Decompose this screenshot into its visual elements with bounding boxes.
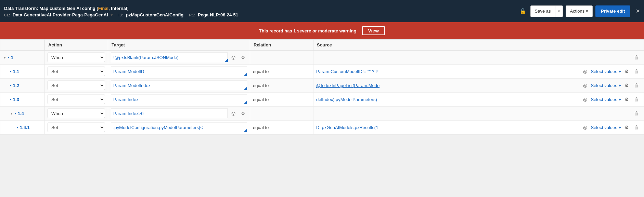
row-number-cell: ●1.1	[0, 65, 45, 79]
table-row: ▼●1When◎⚙🗑	[0, 51, 644, 65]
col-header-num	[0, 40, 45, 51]
view-warning-button[interactable]: View	[362, 26, 385, 35]
source-gear-icon[interactable]: ⚙	[622, 81, 631, 89]
action-select[interactable]: Set	[48, 81, 105, 90]
relation-cell: equal to	[250, 93, 313, 107]
table-row: ●1.2Setequal to@IndexInPageList(Param.Mo…	[0, 79, 644, 93]
relation-cell	[250, 51, 313, 65]
warning-message: This record has 1 severe or moderate war…	[259, 28, 357, 33]
source-cell: D_pxGenAIModels.pxResults(1◎Select value…	[313, 121, 644, 135]
relation-text: equal to	[253, 69, 269, 74]
save-as-button[interactable]: Save as ▾	[530, 5, 563, 17]
select-values-button[interactable]: Select values +	[591, 97, 621, 102]
source-text: Param.CustomModelID!= "" ? P	[316, 69, 580, 74]
select-values-button[interactable]: Select values +	[591, 83, 621, 88]
source-eye-icon[interactable]: ◎	[581, 95, 589, 103]
table-row: ▼●1.4When◎⚙🗑	[0, 107, 644, 121]
page-title: Data Transform: Map custom Gen AI config…	[4, 5, 238, 11]
target-gear-icon[interactable]: ⚙	[239, 53, 247, 61]
row-dot: ●	[10, 70, 12, 73]
target-gear-icon[interactable]: ⚙	[239, 109, 247, 117]
header-meta: CL: Data-GenerativeAI-Provider-Pega-Pega…	[4, 12, 238, 17]
row-number-cell: ●1.4.1	[0, 121, 45, 135]
source-trash-button[interactable]: 🗑	[632, 68, 641, 75]
header: Data Transform: Map custom Gen AI config…	[0, 0, 644, 22]
relation-cell: equal to	[250, 65, 313, 79]
source-text: delIndex).pyModelParameters)	[316, 97, 580, 102]
table-header-row: Action Target Relation Source	[0, 40, 644, 51]
row-id: 1.2	[13, 83, 19, 88]
expand-icon[interactable]: ▼	[3, 56, 7, 59]
source-eye-icon[interactable]: ◎	[581, 123, 589, 131]
actions-dropdown-icon: ▾	[586, 9, 588, 14]
row-trash-button[interactable]: 🗑	[632, 54, 641, 61]
action-select[interactable]: Set	[48, 67, 105, 76]
target-eye-icon[interactable]: ◎	[229, 109, 237, 117]
row-id: 1	[11, 55, 13, 60]
relation-text: equal to	[253, 125, 269, 130]
target-cell	[108, 121, 250, 135]
action-cell: Set	[45, 93, 108, 107]
target-input[interactable]	[111, 95, 247, 104]
saveas-dropdown-arrow[interactable]: ▾	[555, 6, 563, 17]
source-gear-icon[interactable]: ⚙	[622, 123, 631, 131]
source-gear-icon[interactable]: ⚙	[622, 67, 631, 75]
expand-icon[interactable]: ▼	[10, 112, 13, 115]
source-trash-button[interactable]: 🗑	[632, 124, 641, 131]
target-eye-icon[interactable]: ◎	[229, 53, 237, 61]
target-cell	[108, 65, 250, 79]
select-values-button[interactable]: Select values +	[591, 125, 621, 130]
header-right: 🔒 Save as ▾ Actions ▾ Private edit ×	[519, 5, 640, 17]
source-eye-icon[interactable]: ◎	[581, 67, 589, 75]
action-select[interactable]: Set	[48, 95, 105, 104]
target-input[interactable]	[111, 67, 247, 76]
col-header-target: Target	[108, 40, 250, 51]
table-row: ●1.1Setequal toParam.CustomModelID!= "" …	[0, 65, 644, 79]
private-edit-button[interactable]: Private edit	[595, 5, 630, 17]
row-id: 1.4.1	[20, 125, 30, 130]
source-eye-icon[interactable]: ◎	[581, 81, 589, 89]
relation-cell: equal to	[250, 121, 313, 135]
target-input[interactable]	[111, 53, 228, 62]
relation-text: equal to	[253, 83, 269, 88]
col-header-relation: Relation	[250, 40, 313, 51]
row-number-cell: ●1.3	[0, 93, 45, 107]
actions-button[interactable]: Actions ▾	[566, 5, 593, 17]
col-header-action: Action	[45, 40, 108, 51]
source-trash-button[interactable]: 🗑	[632, 96, 641, 103]
source-text: @IndexInPageList(Param.Mode	[316, 83, 580, 88]
lock-icon: 🔒	[519, 8, 526, 14]
action-select[interactable]: When	[48, 53, 105, 62]
target-cell	[108, 93, 250, 107]
warning-bar: This record has 1 severe or moderate war…	[0, 22, 644, 39]
source-gear-icon[interactable]: ⚙	[622, 95, 631, 103]
target-cell	[108, 79, 250, 93]
header-left: Data Transform: Map custom Gen AI config…	[4, 5, 238, 17]
source-cell: delIndex).pyModelParameters)◎Select valu…	[313, 93, 644, 107]
close-button[interactable]: ×	[636, 7, 640, 15]
row-id: 1.1	[13, 69, 19, 74]
row-dot: ●	[15, 112, 16, 115]
source-text: D_pxGenAIModels.pxResults(1	[316, 125, 580, 130]
select-values-button[interactable]: Select values +	[591, 69, 621, 74]
row-number-cell: ▼●1.4	[0, 107, 45, 121]
row-dot: ●	[8, 56, 10, 59]
source-cell: Param.CustomModelID!= "" ? P◎Select valu…	[313, 65, 644, 79]
table-row: ●1.4.1Setequal toD_pxGenAIModels.pxResul…	[0, 121, 644, 135]
source-cell: 🗑	[313, 51, 644, 65]
action-select[interactable]: When	[48, 109, 105, 118]
source-cell: @IndexInPageList(Param.Mode◎Select value…	[313, 79, 644, 93]
target-input[interactable]	[111, 109, 228, 118]
action-cell: Set	[45, 65, 108, 79]
source-trash-button[interactable]: 🗑	[632, 82, 641, 89]
target-cell: ◎⚙	[108, 51, 250, 65]
row-number-cell: ▼●1	[0, 51, 45, 65]
target-input[interactable]	[111, 123, 247, 132]
target-input[interactable]	[111, 81, 247, 90]
row-number-cell: ●1.2	[0, 79, 45, 93]
row-trash-button[interactable]: 🗑	[632, 110, 641, 117]
source-cell: 🗑	[313, 107, 644, 121]
data-transform-table: Action Target Relation Source ▼●1When◎⚙🗑…	[0, 39, 644, 135]
action-cell: When	[45, 107, 108, 121]
action-select[interactable]: Set	[48, 123, 105, 132]
